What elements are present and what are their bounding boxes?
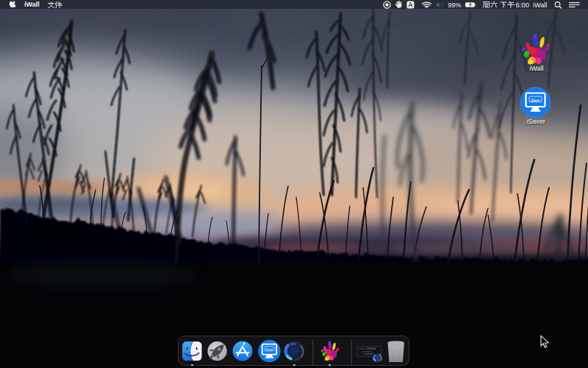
- svg-text:6:00: 6:00: [516, 1, 530, 9]
- svg-text:99%: 99%: [448, 1, 462, 9]
- svg-text:iWall: iWall: [533, 1, 547, 9]
- svg-text:iSaver: iSaver: [265, 348, 273, 351]
- svg-text:iSaver: iSaver: [531, 99, 540, 102]
